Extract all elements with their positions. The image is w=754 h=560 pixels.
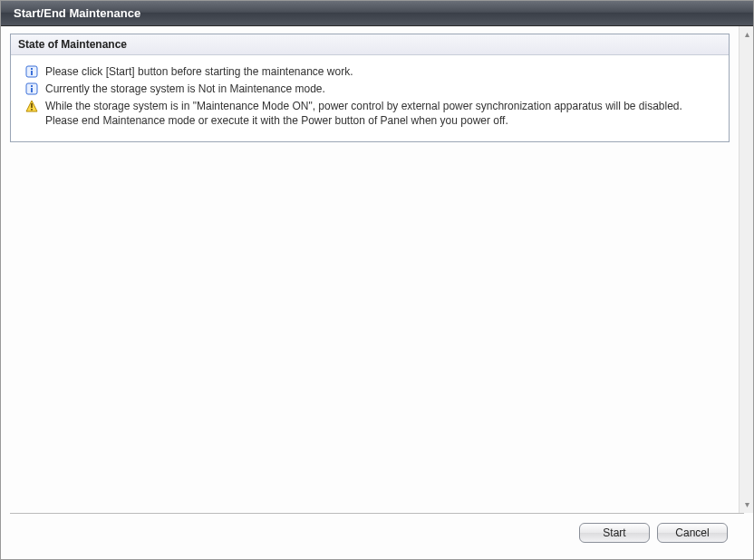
content-area: State of Maintenance Please click [Start… — [1, 26, 739, 513]
dialog-window: Start/End Maintenance State of Maintenan… — [0, 0, 754, 560]
info-icon — [25, 65, 40, 78]
scroll-up-arrow-icon[interactable]: ▴ — [740, 28, 753, 41]
info-icon — [25, 82, 40, 95]
message-text: Currently the storage system is Not in M… — [45, 82, 714, 97]
state-panel: State of Maintenance Please click [Start… — [10, 34, 730, 142]
message-text: Please click [Start] button before start… — [45, 64, 714, 80]
start-button[interactable]: Start — [579, 523, 650, 543]
svg-rect-5 — [31, 88, 33, 92]
panel-body: Please click [Start] button before start… — [11, 55, 729, 141]
dialog-title: Start/End Maintenance — [1, 1, 753, 26]
warning-icon — [25, 100, 40, 112]
button-bar: Start Cancel — [10, 513, 744, 552]
vertical-scrollbar[interactable]: ▴ ▾ — [739, 26, 753, 513]
content-scroll-wrap: State of Maintenance Please click [Start… — [1, 26, 753, 513]
cancel-button[interactable]: Cancel — [657, 523, 728, 543]
svg-rect-7 — [31, 103, 33, 108]
message-row: Currently the storage system is Not in M… — [25, 82, 714, 97]
scroll-down-arrow-icon[interactable]: ▾ — [740, 498, 753, 511]
svg-rect-2 — [31, 71, 33, 75]
message-text: While the storage system is in "Maintena… — [45, 99, 714, 130]
message-row: Please click [Start] button before start… — [25, 64, 714, 80]
svg-rect-8 — [31, 109, 33, 111]
message-row: While the storage system is in "Maintena… — [25, 99, 714, 130]
panel-header: State of Maintenance — [11, 34, 729, 55]
svg-rect-4 — [31, 85, 33, 87]
svg-rect-1 — [31, 68, 33, 70]
